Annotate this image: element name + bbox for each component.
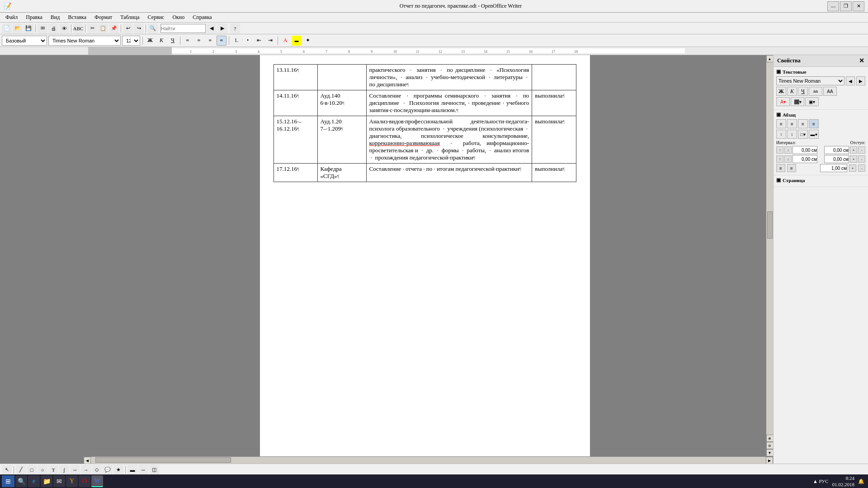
line-height-input[interactable]	[820, 164, 847, 172]
draw-shadow[interactable]: ◫	[149, 465, 159, 475]
taskbar-search[interactable]: 🔍	[15, 475, 27, 487]
paste-button[interactable]: 📌	[109, 23, 119, 33]
menu-insert[interactable]: Вставка	[64, 13, 90, 22]
hscroll-thumb[interactable]	[95, 457, 231, 463]
draw-flowchart[interactable]: ◇	[92, 465, 102, 475]
copy-button[interactable]: 📋	[98, 23, 108, 33]
panel-small-text-button[interactable]: аа	[809, 87, 822, 96]
scroll-page-down[interactable]: ⊖	[766, 442, 774, 449]
right-indent-input[interactable]	[824, 146, 849, 154]
above-spacing-input[interactable]	[793, 146, 817, 154]
scroll-page-up[interactable]: ⊕	[766, 435, 774, 442]
undo-button[interactable]: ↩	[123, 23, 133, 33]
taskbar-explorer[interactable]: 📁	[41, 475, 52, 487]
bold-button[interactable]: Ж	[145, 36, 155, 46]
close-button[interactable]: ✕	[853, 1, 864, 11]
menu-file[interactable]: Файл	[2, 13, 21, 22]
draw-curve[interactable]: ∫	[59, 465, 69, 475]
maximize-button[interactable]: ❐	[840, 1, 852, 11]
find-button[interactable]: 🔍	[148, 23, 158, 33]
right-indent-inc[interactable]: +	[850, 146, 857, 154]
align-center-button[interactable]: ≡	[194, 36, 204, 46]
menu-edit[interactable]: Правка	[22, 13, 46, 22]
taskbar-writer[interactable]: W	[91, 475, 103, 487]
highlight-button[interactable]: ▬	[292, 36, 302, 46]
style-select[interactable]: Базовый	[2, 36, 47, 46]
draw-rect[interactable]: □	[27, 465, 37, 475]
draw-callout[interactable]: 💬	[103, 465, 113, 475]
align-justify-button[interactable]: ≡	[217, 36, 226, 46]
horizontal-scrollbar[interactable]: ◀ ▶	[84, 456, 773, 464]
below-spacing-dec[interactable]: ↓	[784, 155, 792, 163]
panel-underline-button[interactable]: Ч	[798, 87, 808, 96]
line-height-inc[interactable]: +	[849, 164, 856, 172]
redo-button[interactable]: ↪	[134, 23, 144, 33]
list-num-button[interactable]: 1.	[231, 36, 241, 46]
panel-large-text-button[interactable]: АА	[823, 87, 837, 96]
panel-bold-button[interactable]: Ж	[776, 87, 786, 96]
align-left-button[interactable]: ≡	[183, 36, 193, 46]
help-button[interactable]: ?	[230, 23, 240, 33]
line-spacing-btn[interactable]: ↕	[776, 130, 786, 139]
bg-color-btn[interactable]: ▬▾	[809, 130, 819, 139]
save-button[interactable]: 💾	[24, 23, 33, 33]
underline-button[interactable]: Ч	[168, 36, 178, 46]
email-button[interactable]: ✉	[38, 23, 47, 33]
align-right-button[interactable]: ≡	[205, 36, 215, 46]
taskbar-browser[interactable]: Y	[66, 475, 78, 487]
scroll-track[interactable]	[767, 62, 773, 435]
text-section-header[interactable]: ▣ Текстовые	[776, 69, 865, 75]
right-indent-dec[interactable]: -	[858, 146, 865, 154]
list-btn2[interactable]: ≡	[787, 164, 796, 172]
italic-button[interactable]: К	[156, 36, 166, 46]
find-next-button[interactable]: ▶	[217, 23, 227, 33]
draw-arrow[interactable]: →	[81, 465, 91, 475]
indent-more-button[interactable]: ⇥	[265, 36, 275, 46]
paragraph-section-header[interactable]: ▣ Абзац	[776, 112, 865, 117]
taskbar-notification[interactable]: 🔔	[858, 479, 864, 484]
fontsize-select[interactable]: 12	[122, 36, 140, 46]
panel-font-increase[interactable]: ▶	[856, 76, 865, 85]
taskbar-opera[interactable]: O	[79, 475, 90, 487]
draw-line-style[interactable]: ─	[138, 465, 148, 475]
below-spacing-inc[interactable]: ↑	[776, 155, 783, 163]
taskbar-edge[interactable]: e	[28, 475, 40, 487]
scroll-up-button[interactable]: ▲	[766, 55, 774, 62]
border-style-btn[interactable]: □▾	[798, 130, 808, 139]
page-section-header[interactable]: ▣ Страница	[776, 177, 865, 183]
menu-format[interactable]: Формат	[91, 13, 116, 22]
find-input[interactable]	[160, 24, 206, 33]
below-spacing-btn[interactable]: ↓	[784, 146, 792, 154]
left-indent-dec[interactable]: -	[858, 155, 865, 163]
spell-button[interactable]: ABC	[73, 23, 83, 33]
char-format-button[interactable]: ✦	[303, 36, 313, 46]
start-button[interactable]: ⊞	[2, 475, 14, 487]
panel-close-button[interactable]: ✕	[859, 57, 864, 65]
menu-window[interactable]: Окно	[169, 13, 188, 22]
vertical-scrollbar[interactable]: ▲ ⊕ ⊖ ▼	[766, 55, 773, 456]
menu-view[interactable]: Вид	[47, 13, 64, 22]
above-spacing-btn[interactable]: ↑	[776, 146, 783, 154]
menu-table[interactable]: Таблица	[117, 13, 143, 22]
find-prev-button[interactable]: ◀	[207, 23, 217, 33]
menu-help[interactable]: Справка	[189, 13, 215, 22]
draw-star[interactable]: ★	[113, 465, 123, 475]
draw-select[interactable]: ↖	[2, 465, 12, 475]
line-height-dec[interactable]: -	[858, 164, 865, 172]
draw-connector[interactable]: ↔	[70, 465, 80, 475]
align-justify-btn[interactable]: ≡	[809, 119, 819, 128]
font-select[interactable]: Times New Roman	[48, 36, 121, 46]
taskbar-mail[interactable]: ✉	[53, 475, 65, 487]
panel-font-color-button[interactable]: A▾	[776, 97, 790, 106]
draw-text[interactable]: T	[48, 465, 58, 475]
scroll-down-button[interactable]: ▼	[766, 449, 774, 456]
hscroll-track[interactable]	[91, 457, 766, 463]
left-indent-input[interactable]	[824, 155, 849, 163]
list-bullet-button[interactable]: •	[243, 36, 253, 46]
cut-button[interactable]: ✂	[87, 23, 97, 33]
align-center-btn[interactable]: ≡	[787, 119, 797, 128]
left-indent-inc[interactable]: +	[850, 155, 857, 163]
new-button[interactable]: 📄	[2, 23, 12, 33]
print-button[interactable]: 🖨	[48, 23, 58, 33]
scroll-left-button[interactable]: ◀	[84, 457, 91, 464]
